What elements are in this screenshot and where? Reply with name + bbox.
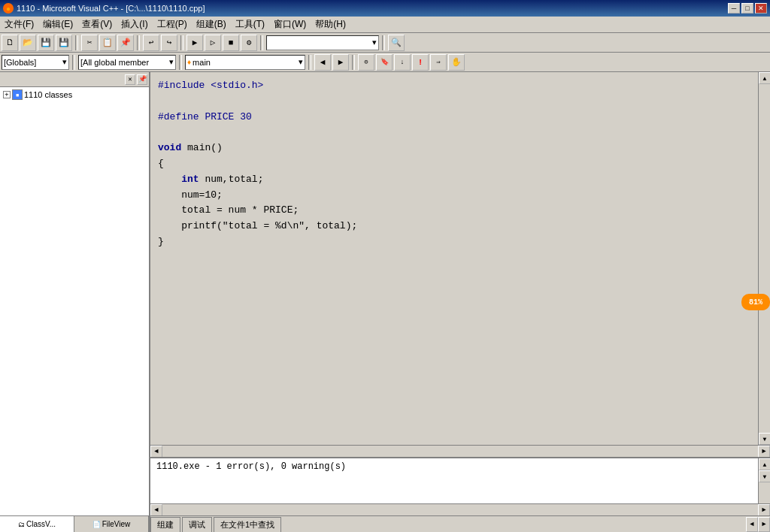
code-line-int: int num,total; [158, 172, 750, 188]
bookmark-button[interactable]: 🔖 [376, 54, 393, 71]
scroll-left-button[interactable]: ◄ [150, 446, 162, 458]
tab-debug[interactable]: 调试 [182, 517, 212, 532]
globals-dropdown[interactable]: [Globals] ▾ [2, 55, 69, 70]
menu-edit[interactable]: 编辑(E) [38, 17, 77, 32]
scroll-right-button[interactable]: ► [758, 446, 770, 458]
redo-button[interactable]: ↪ [161, 35, 177, 51]
exclaim-button[interactable]: ! [412, 54, 429, 71]
menu-project[interactable]: 工程(P) [153, 17, 192, 32]
save-button[interactable]: 💾 [38, 35, 54, 51]
sidebar-close-btn[interactable]: ✕ [125, 74, 135, 85]
editor-with-scroll: #include <stdio.h> #define PRICE 30 void… [150, 72, 770, 445]
output-h-track [162, 504, 758, 515]
cut-button[interactable]: ✂ [81, 35, 98, 51]
scroll-down-button[interactable]: ▼ [759, 433, 770, 445]
stop-button[interactable]: ■ [223, 35, 239, 51]
menu-view[interactable]: 查看(V) [77, 17, 117, 32]
restore-button[interactable]: □ [741, 3, 753, 14]
members-dropdown[interactable]: [All global member ▾ [78, 55, 176, 70]
menu-build[interactable]: 组建(B) [192, 17, 231, 32]
code-line-brace-close: } [158, 234, 750, 250]
main-dropdown[interactable]: ♦ main ▾ [185, 55, 305, 70]
sidebar-toolbar: ✕ 📌 [0, 72, 149, 87]
orange-badge-text: 81% [749, 298, 762, 307]
step2-button[interactable]: ⇒ [430, 54, 447, 71]
menu-help[interactable]: 帮助(H) [311, 17, 350, 32]
minimize-button[interactable]: ─ [728, 3, 740, 14]
separator4 [260, 35, 263, 50]
copy-button[interactable]: 📋 [99, 35, 116, 51]
tab-classview[interactable]: 🗂 ClassV... [0, 516, 74, 532]
code-line-printf: printf("total = %d\n", total); [158, 219, 750, 234]
tab-fileview[interactable]: 📄 FileView [74, 516, 149, 532]
code-line-num: num=10; [158, 188, 750, 204]
separator1 [75, 35, 78, 50]
save-all-button[interactable]: 💾 [56, 35, 72, 51]
code-content[interactable]: #include <stdio.h> #define PRICE 30 void… [150, 72, 758, 445]
editor-main: #include <stdio.h> #define PRICE 30 void… [150, 72, 770, 532]
tabs-scroll-right[interactable]: ► [758, 517, 770, 532]
separator-t2-2 [179, 55, 182, 70]
sidebar-pin-btn[interactable]: 📌 [137, 74, 147, 85]
code-preprocessor-include: #include <stdio.h> [158, 80, 263, 91]
menu-insert[interactable]: 插入(I) [117, 17, 152, 32]
paste-button[interactable]: 📌 [117, 35, 134, 51]
step-button[interactable]: ↓ [394, 54, 411, 71]
output-scrollbar: ▲ ▼ [758, 458, 770, 503]
scroll-up-button[interactable]: ▲ [759, 72, 770, 84]
new-file-button[interactable]: 🗋 [2, 35, 18, 51]
menu-file[interactable]: 文件(F) [0, 17, 38, 32]
main-container: ✕ 📌 + ■ 1110 classes 🗂 ClassV... 📄 FileV… [0, 72, 770, 532]
tab-build[interactable]: 组建 [150, 517, 180, 532]
tabs-scroll-left[interactable]: ◄ [746, 517, 758, 532]
nav-fwd-button[interactable]: ▶ [332, 54, 349, 71]
main-arrow: ▾ [299, 57, 303, 67]
close-button[interactable]: ✕ [755, 3, 767, 14]
hand-button[interactable]: ✋ [448, 54, 465, 71]
menu-window[interactable]: 窗口(W) [269, 17, 311, 32]
open-button[interactable]: 📂 [20, 35, 36, 51]
menu-bar: 文件(F) 编辑(E) 查看(V) 插入(I) 工程(P) 组建(B) 工具(T… [0, 17, 770, 33]
tab-fileview-label: FileView [102, 520, 131, 528]
code-keyword-void: void [158, 142, 181, 153]
sidebar-tabs: 🗂 ClassV... 📄 FileView [0, 515, 149, 532]
find-button[interactable]: 🔍 [388, 35, 405, 51]
tree-label: 1110 classes [24, 90, 72, 99]
code-line-define: #define PRICE 30 [158, 110, 750, 125]
output-scroll-up[interactable]: ▲ [759, 458, 770, 470]
main-label: main [192, 58, 299, 67]
code-line-blank2 [158, 125, 750, 141]
tab-find-label: 在文件1中查找 [220, 520, 274, 529]
code-preprocessor-define: #define PRICE 30 [158, 111, 252, 122]
output-content: 1110.exe - 1 error(s), 0 warning(s) [150, 458, 758, 503]
h-scroll: ◄ ► [150, 445, 770, 457]
tab-find-in-files[interactable]: 在文件1中查找 [214, 517, 281, 532]
output-scroll-right[interactable]: ► [758, 504, 770, 516]
code-line-include: #include <stdio.h> [158, 78, 750, 94]
tree-expand-icon[interactable]: + [3, 91, 11, 98]
output-panel: 1110.exe - 1 error(s), 0 warning(s) ▲ ▼ … [150, 457, 770, 532]
separator-t2-3 [308, 55, 311, 70]
output-tabs: 组建 调试 在文件1中查找 ◄ ► [150, 515, 770, 532]
breakpoint-button[interactable]: ⊙ [358, 54, 374, 71]
separator2 [137, 35, 140, 50]
code-keyword-int: int [181, 174, 199, 185]
tab-build-label: 组建 [157, 520, 174, 529]
tab-debug-label: 调试 [189, 520, 205, 529]
search-arrow: ▾ [372, 38, 377, 47]
title-bar-buttons: ─ □ ✕ [728, 3, 767, 14]
search-dropdown[interactable]: ▾ [266, 35, 379, 50]
output-scroll-down[interactable]: ▼ [759, 470, 770, 482]
debug-button[interactable]: ⚙ [241, 35, 257, 51]
menu-tools[interactable]: 工具(T) [231, 17, 269, 32]
globals-label: [Globals] [4, 58, 62, 67]
tree-item-1110classes[interactable]: + ■ 1110 classes [2, 89, 147, 101]
build-button[interactable]: ▶ [186, 35, 203, 51]
undo-button[interactable]: ↩ [143, 35, 159, 51]
code-main-decl: main() [187, 142, 223, 153]
run-button[interactable]: ▷ [205, 35, 221, 51]
output-scroll-left[interactable]: ◄ [150, 504, 162, 516]
tab-classview-label: ClassV... [26, 520, 56, 528]
orange-badge: 81% [741, 294, 770, 310]
nav-back-button[interactable]: ◀ [314, 54, 331, 71]
